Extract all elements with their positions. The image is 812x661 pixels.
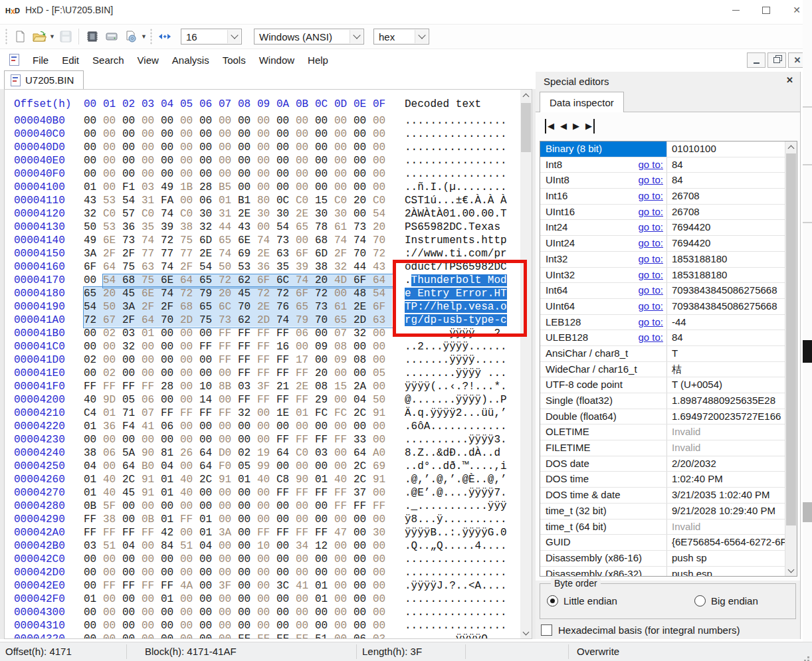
hex-byte[interactable]: 00 [180,141,199,154]
hex-byte[interactable]: 2A [354,380,373,393]
hex-byte[interactable]: FF [276,486,296,500]
hex-byte[interactable]: 00 [161,327,180,340]
hex-byte[interactable]: 01 [84,420,103,433]
nav-first-icon[interactable]: ◀ [545,119,554,134]
hex-byte[interactable]: 00 [238,513,257,526]
hex-byte[interactable]: 30 [257,207,276,221]
hex-byte[interactable]: FF [354,500,373,513]
hex-byte[interactable]: 00 [276,460,296,473]
decoded-text[interactable]: ..2...ÿÿÿÿ...... [405,340,507,353]
inspector-value[interactable]: 26708 [667,205,785,220]
hex-byte[interactable]: 00 [334,566,354,579]
hex-byte[interactable]: 00 [257,420,276,433]
hex-byte[interactable]: 6F [257,274,276,287]
hex-byte[interactable]: C0 [296,194,315,207]
hex-byte[interactable]: 72 [257,287,276,300]
hex-byte[interactable]: 06 [161,420,180,433]
hex-byte[interactable]: 35 [276,260,296,274]
hex-byte[interactable]: 65 [84,287,103,300]
hex-byte[interactable]: 00 [334,539,354,553]
decoded-text[interactable]: ÿ8...ÿ.......... [405,513,507,526]
hex-byte[interactable]: 00 [103,553,122,566]
hex-byte[interactable]: 38 [84,446,103,460]
hex-byte[interactable]: 38 [103,513,122,526]
hex-byte[interactable]: 00 [296,128,315,141]
hex-byte[interactable]: 00 [238,619,257,632]
hex-byte[interactable]: 00 [257,566,276,579]
decoded-text[interactable]: .Thunderbolt Mod [405,274,507,287]
hex-byte[interactable]: 00 [373,486,392,500]
decoded-text[interactable]: e Entry Error.HT [405,287,507,300]
menu-item-view[interactable]: View [131,52,165,68]
hex-byte[interactable]: 00 [180,154,199,167]
scroll-down-icon[interactable] [785,565,797,576]
decoded-text[interactable]: TP://help.vesa.o [405,300,507,314]
hex-byte[interactable]: 91 [142,486,161,500]
hex-byte[interactable]: 00 [84,154,103,167]
go-to-link[interactable]: go to: [638,300,663,312]
hex-byte[interactable]: 00 [180,500,199,513]
hex-byte[interactable]: 00 [334,446,354,460]
hex-byte[interactable]: 73 [276,234,296,247]
hex-byte[interactable]: 28 [199,181,219,194]
inspector-value[interactable]: 1:02:40 PM [667,472,785,487]
hex-byte[interactable]: 00 [373,553,392,566]
hex-byte[interactable]: 00 [199,553,219,566]
inspector-value[interactable]: 7694420 [667,236,785,251]
hex-byte[interactable]: 50 [103,300,122,314]
hex-byte[interactable]: A0 [373,446,392,460]
hex-byte[interactable]: 00 [373,579,392,593]
decoded-text[interactable]: Ä.q.ÿÿÿÿ2...üü,’ [405,407,507,420]
hex-byte[interactable]: 00 [199,632,219,639]
hex-byte[interactable]: 00 [238,593,257,606]
hex-byte[interactable]: 67 [103,314,122,327]
hex-byte[interactable]: 00 [199,128,219,141]
hex-byte[interactable]: 6F [354,274,373,287]
decoded-text[interactable]: ................ [405,167,507,181]
hex-byte[interactable]: 6E [142,287,161,300]
hex-byte[interactable]: 40 [180,486,199,500]
hex-byte[interactable]: 01 [84,593,103,606]
hex-byte[interactable]: 00 [219,632,238,639]
hex-byte[interactable]: 00 [219,114,238,128]
hex-byte[interactable]: 00 [373,141,392,154]
hex-byte[interactable]: 00 [276,181,296,194]
hex-byte[interactable]: FF [257,327,276,340]
go-to-link[interactable]: go to: [638,206,663,217]
inspector-value[interactable]: 26708 [667,189,785,204]
hex-byte[interactable]: 00 [199,327,219,340]
hex-byte[interactable]: 00 [373,606,392,619]
hex-byte[interactable]: 00 [199,619,219,632]
hex-byte[interactable]: 01 [161,513,180,526]
hex-byte[interactable]: 01 [161,473,180,486]
hex-byte[interactable]: 2C [199,473,219,486]
hex-byte[interactable]: 03 [238,380,257,393]
hex-byte[interactable]: 32 [84,207,103,221]
decoded-text[interactable]: .@E’.@....ÿÿÿÿ7. [405,486,507,500]
hex-byte[interactable]: 01 [315,593,334,606]
byte-order-option-big-endian[interactable]: Big endian [694,595,758,607]
hex-byte[interactable]: 00 [219,154,238,167]
hex-byte[interactable]: 00 [122,632,142,639]
decoded-text[interactable]: .Q..„Q.....4.... [405,539,507,553]
hex-byte[interactable]: 00 [103,128,122,141]
hex-byte[interactable]: 43 [84,194,103,207]
hex-byte[interactable]: 00 [257,141,276,154]
hex-byte[interactable]: 90 [296,473,315,486]
hex-byte[interactable]: 00 [296,154,315,167]
hex-byte[interactable]: 2F [161,300,180,314]
inspector-scrollbar[interactable] [785,142,797,576]
hex-byte[interactable]: 00 [103,141,122,154]
hex-byte[interactable]: FF [296,526,315,539]
open-disk-image-button[interactable] [122,28,140,46]
hex-byte[interactable]: 00 [276,154,296,167]
hex-byte[interactable]: 6E [103,234,122,247]
hex-byte[interactable]: 81 [161,446,180,460]
hex-byte[interactable]: F4 [122,420,142,433]
hex-byte[interactable]: C4 [84,407,103,420]
hex-byte[interactable]: 05 [238,460,257,473]
hex-byte[interactable]: FF [84,526,103,539]
hex-byte[interactable]: 3A [122,300,142,314]
inspector-value[interactable]: 1853188180 [667,252,785,267]
hex-byte[interactable]: 42 [161,526,180,539]
